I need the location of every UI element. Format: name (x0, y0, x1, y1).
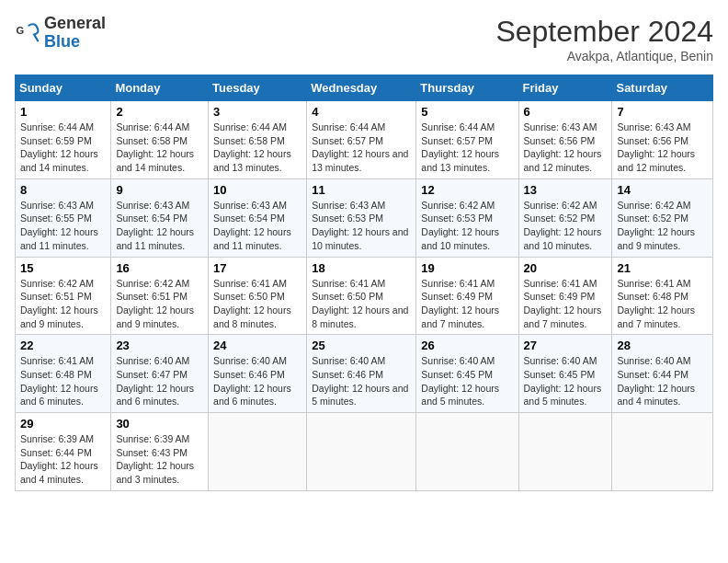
day-info: Sunrise: 6:41 AM Sunset: 6:50 PM Dayligh… (213, 277, 301, 331)
day-cell: 28 Sunrise: 6:40 AM Sunset: 6:44 PM Dayl… (612, 335, 713, 413)
day-cell: 8 Sunrise: 6:43 AM Sunset: 6:55 PM Dayli… (16, 178, 111, 257)
day-cell: 6 Sunrise: 6:43 AM Sunset: 6:56 PM Dayli… (518, 101, 612, 179)
day-info: Sunrise: 6:43 AM Sunset: 6:54 PM Dayligh… (213, 199, 301, 253)
day-cell: 17 Sunrise: 6:41 AM Sunset: 6:50 PM Dayl… (209, 257, 307, 335)
day-number: 22 (20, 339, 106, 352)
day-info: Sunrise: 6:42 AM Sunset: 6:53 PM Dayligh… (421, 199, 513, 253)
day-cell: 12 Sunrise: 6:42 AM Sunset: 6:53 PM Dayl… (416, 178, 518, 257)
logo-text: General Blue (44, 15, 106, 52)
week-row-1: 1 Sunrise: 6:44 AM Sunset: 6:59 PM Dayli… (16, 101, 713, 179)
column-header-monday: Monday (111, 75, 209, 101)
day-number: 30 (116, 417, 203, 431)
day-number: 25 (312, 339, 411, 352)
column-header-saturday: Saturday (612, 75, 713, 101)
day-number: 9 (116, 183, 203, 197)
day-number: 27 (524, 339, 608, 352)
day-number: 17 (213, 261, 301, 275)
day-info: Sunrise: 6:41 AM Sunset: 6:49 PM Dayligh… (524, 277, 608, 331)
day-number: 15 (20, 261, 106, 275)
day-info: Sunrise: 6:41 AM Sunset: 6:50 PM Dayligh… (312, 277, 411, 331)
day-info: Sunrise: 6:44 AM Sunset: 6:57 PM Dayligh… (312, 121, 411, 175)
day-cell: 19 Sunrise: 6:41 AM Sunset: 6:49 PM Dayl… (416, 257, 518, 335)
day-cell: 10 Sunrise: 6:43 AM Sunset: 6:54 PM Dayl… (209, 178, 307, 257)
day-number: 3 (213, 105, 301, 119)
day-cell: 27 Sunrise: 6:40 AM Sunset: 6:45 PM Dayl… (518, 335, 612, 413)
day-info: Sunrise: 6:44 AM Sunset: 6:59 PM Dayligh… (20, 121, 106, 175)
day-info: Sunrise: 6:40 AM Sunset: 6:46 PM Dayligh… (312, 354, 411, 408)
day-number: 24 (213, 339, 301, 352)
title-block: September 2024 Avakpa, Atlantique, Benin (495, 15, 713, 63)
week-row-2: 8 Sunrise: 6:43 AM Sunset: 6:55 PM Dayli… (16, 178, 713, 257)
day-number: 21 (617, 261, 708, 275)
page-header: G General Blue September 2024 Avakpa, At… (15, 15, 713, 63)
day-number: 29 (20, 417, 106, 431)
column-header-wednesday: Wednesday (307, 75, 416, 101)
day-info: Sunrise: 6:44 AM Sunset: 6:58 PM Dayligh… (213, 121, 301, 175)
day-cell: 13 Sunrise: 6:42 AM Sunset: 6:52 PM Dayl… (518, 178, 612, 257)
day-cell: 29 Sunrise: 6:39 AM Sunset: 6:44 PM Dayl… (16, 413, 111, 491)
column-header-thursday: Thursday (416, 75, 518, 101)
day-info: Sunrise: 6:42 AM Sunset: 6:51 PM Dayligh… (20, 277, 106, 331)
day-number: 23 (116, 339, 203, 352)
day-cell: 14 Sunrise: 6:42 AM Sunset: 6:52 PM Dayl… (612, 178, 713, 257)
day-cell: 26 Sunrise: 6:40 AM Sunset: 6:45 PM Dayl… (416, 335, 518, 413)
day-info: Sunrise: 6:43 AM Sunset: 6:54 PM Dayligh… (116, 199, 203, 253)
day-info: Sunrise: 6:40 AM Sunset: 6:47 PM Dayligh… (116, 354, 203, 408)
day-number: 13 (524, 183, 608, 197)
day-number: 6 (524, 105, 608, 119)
day-info: Sunrise: 6:44 AM Sunset: 6:58 PM Dayligh… (116, 121, 203, 175)
day-info: Sunrise: 6:44 AM Sunset: 6:57 PM Dayligh… (421, 121, 513, 175)
day-cell (307, 413, 416, 491)
day-number: 10 (213, 183, 301, 197)
day-number: 2 (116, 105, 203, 119)
day-info: Sunrise: 6:40 AM Sunset: 6:46 PM Dayligh… (213, 354, 301, 408)
day-number: 12 (421, 183, 513, 197)
day-info: Sunrise: 6:40 AM Sunset: 6:45 PM Dayligh… (524, 354, 608, 408)
day-info: Sunrise: 6:43 AM Sunset: 6:55 PM Dayligh… (20, 199, 106, 253)
day-info: Sunrise: 6:41 AM Sunset: 6:48 PM Dayligh… (20, 354, 106, 408)
week-row-3: 15 Sunrise: 6:42 AM Sunset: 6:51 PM Dayl… (16, 257, 713, 335)
day-info: Sunrise: 6:39 AM Sunset: 6:44 PM Dayligh… (20, 432, 106, 487)
day-cell: 16 Sunrise: 6:42 AM Sunset: 6:51 PM Dayl… (111, 257, 209, 335)
day-cell: 20 Sunrise: 6:41 AM Sunset: 6:49 PM Dayl… (518, 257, 612, 335)
logo: G General Blue (15, 15, 106, 52)
day-number: 11 (312, 183, 411, 197)
day-cell: 25 Sunrise: 6:40 AM Sunset: 6:46 PM Dayl… (307, 335, 416, 413)
day-cell: 18 Sunrise: 6:41 AM Sunset: 6:50 PM Dayl… (307, 257, 416, 335)
month-title: September 2024 (495, 15, 713, 49)
day-number: 7 (617, 105, 708, 119)
day-cell (209, 413, 307, 491)
day-number: 5 (421, 105, 513, 119)
svg-text:G: G (16, 25, 24, 36)
day-number: 4 (312, 105, 411, 119)
column-header-tuesday: Tuesday (209, 75, 307, 101)
day-info: Sunrise: 6:41 AM Sunset: 6:48 PM Dayligh… (617, 277, 708, 331)
day-number: 28 (617, 339, 708, 352)
day-info: Sunrise: 6:43 AM Sunset: 6:56 PM Dayligh… (524, 121, 608, 175)
location-subtitle: Avakpa, Atlantique, Benin (495, 49, 713, 63)
day-number: 14 (617, 183, 708, 197)
day-number: 20 (524, 261, 608, 275)
day-cell: 5 Sunrise: 6:44 AM Sunset: 6:57 PM Dayli… (416, 101, 518, 179)
column-header-friday: Friday (518, 75, 612, 101)
day-cell (518, 413, 612, 491)
day-number: 18 (312, 261, 411, 275)
day-cell: 7 Sunrise: 6:43 AM Sunset: 6:56 PM Dayli… (612, 101, 713, 179)
day-cell (612, 413, 713, 491)
calendar-header-row: SundayMondayTuesdayWednesdayThursdayFrid… (16, 75, 713, 101)
day-cell: 30 Sunrise: 6:39 AM Sunset: 6:43 PM Dayl… (111, 413, 209, 491)
day-cell: 24 Sunrise: 6:40 AM Sunset: 6:46 PM Dayl… (209, 335, 307, 413)
day-info: Sunrise: 6:42 AM Sunset: 6:51 PM Dayligh… (116, 277, 203, 331)
day-cell (416, 413, 518, 491)
day-info: Sunrise: 6:42 AM Sunset: 6:52 PM Dayligh… (524, 199, 608, 253)
logo-icon: G (15, 20, 40, 46)
column-header-sunday: Sunday (16, 75, 111, 101)
day-cell: 9 Sunrise: 6:43 AM Sunset: 6:54 PM Dayli… (111, 178, 209, 257)
day-cell: 3 Sunrise: 6:44 AM Sunset: 6:58 PM Dayli… (209, 101, 307, 179)
day-cell: 15 Sunrise: 6:42 AM Sunset: 6:51 PM Dayl… (16, 257, 111, 335)
day-number: 16 (116, 261, 203, 275)
day-info: Sunrise: 6:42 AM Sunset: 6:52 PM Dayligh… (617, 199, 708, 253)
day-cell: 1 Sunrise: 6:44 AM Sunset: 6:59 PM Dayli… (16, 101, 111, 179)
week-row-4: 22 Sunrise: 6:41 AM Sunset: 6:48 PM Dayl… (16, 335, 713, 413)
day-cell: 21 Sunrise: 6:41 AM Sunset: 6:48 PM Dayl… (612, 257, 713, 335)
